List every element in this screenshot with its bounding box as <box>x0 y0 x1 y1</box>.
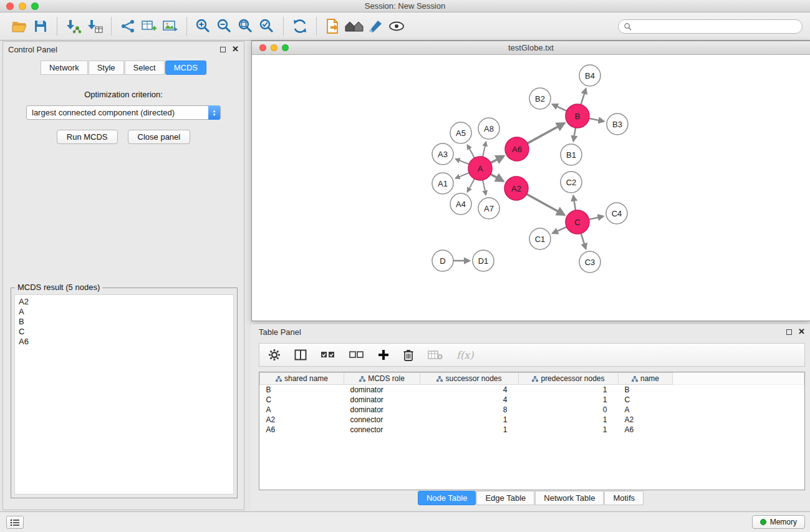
edge-B-B3[interactable] <box>589 118 604 122</box>
home-button[interactable] <box>344 16 365 37</box>
edge-B-B2[interactable] <box>552 104 567 111</box>
node-table[interactable]: shared nameMCDS rolesuccessor nodesprede… <box>259 372 805 490</box>
show-hide-button[interactable] <box>386 16 407 37</box>
column-header-successor-nodes[interactable]: successor nodes <box>420 373 519 385</box>
table-cell[interactable]: B <box>619 385 673 395</box>
network-minimize-button[interactable] <box>271 44 277 51</box>
node-C3[interactable]: C3 <box>579 251 600 273</box>
float-table-panel-icon[interactable] <box>786 329 792 335</box>
refresh-layout-button[interactable] <box>289 16 311 37</box>
node-C1[interactable]: C1 <box>529 228 551 249</box>
node-A6[interactable]: A6 <box>505 137 529 161</box>
column-header-name[interactable]: name <box>619 373 673 385</box>
show-columns-button[interactable] <box>294 349 307 360</box>
edge-C-C2[interactable] <box>573 196 576 210</box>
node-B2[interactable]: B2 <box>529 88 551 109</box>
table-cell[interactable]: 1 <box>420 415 519 425</box>
result-item[interactable]: A6 <box>19 337 229 347</box>
zoom-selected-button[interactable] <box>256 16 277 37</box>
table-cell[interactable]: 4 <box>420 385 519 395</box>
run-mcds-button[interactable]: Run MCDS <box>57 130 118 144</box>
table-cell[interactable]: 1 <box>519 395 619 405</box>
tab-network-table[interactable]: Network Table <box>535 491 604 505</box>
close-table-panel-icon[interactable]: ✕ <box>798 329 805 335</box>
table-cell[interactable]: A2 <box>260 415 344 425</box>
network-canvas[interactable]: B4B2BB3A5A8A6B1A3AC2A1A2A4A7C4CC1C3DD1 <box>252 55 810 321</box>
table-cell[interactable]: 4 <box>420 395 519 405</box>
edge-B-B4[interactable] <box>581 89 586 105</box>
table-cell[interactable]: A <box>260 405 344 415</box>
table-cell[interactable]: connector <box>344 425 420 435</box>
table-row[interactable]: A2connector11A2 <box>260 415 804 425</box>
close-panel-button[interactable]: Close panel <box>128 130 191 144</box>
edge-A2-C[interactable] <box>527 194 564 215</box>
table-cell[interactable]: 1 <box>420 425 519 435</box>
tab-edge-table[interactable]: Edge Table <box>476 491 534 505</box>
tab-node-table[interactable]: Node Table <box>418 491 476 505</box>
table-cell[interactable]: A6 <box>619 425 673 435</box>
delete-row-button[interactable] <box>403 349 414 361</box>
new-table-button[interactable] <box>138 16 160 37</box>
delete-table-button[interactable] <box>428 350 443 360</box>
column-header-mcds-role[interactable]: MCDS role <box>344 373 420 385</box>
edge-A-A8[interactable] <box>483 142 486 157</box>
show-panels-button[interactable] <box>6 516 24 529</box>
node-B1[interactable]: B1 <box>561 144 582 165</box>
table-row[interactable]: Cdominator41C <box>260 395 804 405</box>
node-B3[interactable]: B3 <box>607 114 628 135</box>
edge-A-A6[interactable] <box>491 156 504 163</box>
table-cell[interactable]: dominator <box>344 395 420 405</box>
tab-mcds[interactable]: MCDS <box>165 60 206 75</box>
function-builder-button[interactable]: f(x) <box>456 349 473 361</box>
table-cell[interactable]: C <box>619 395 673 405</box>
zoom-window-button[interactable] <box>31 2 39 10</box>
node-A3[interactable]: A3 <box>432 143 453 165</box>
result-item[interactable]: C <box>19 327 229 337</box>
edge-A-A3[interactable] <box>456 159 470 164</box>
table-cell[interactable]: 1 <box>519 385 619 395</box>
close-panel-icon[interactable]: ✕ <box>232 46 239 52</box>
node-B4[interactable]: B4 <box>579 65 600 86</box>
edge-B-B1[interactable] <box>574 128 576 142</box>
table-row[interactable]: A6connector11A6 <box>260 425 804 435</box>
table-cell[interactable]: 8 <box>420 405 519 415</box>
tab-network[interactable]: Network <box>41 60 88 75</box>
node-C2[interactable]: C2 <box>561 172 582 193</box>
node-D[interactable]: D <box>432 250 453 271</box>
node-A2[interactable]: A2 <box>504 177 528 200</box>
open-session-button[interactable] <box>9 16 30 37</box>
result-item[interactable]: B <box>19 317 229 327</box>
table-row[interactable]: Adominator80A <box>260 405 804 415</box>
tab-select[interactable]: Select <box>125 60 165 75</box>
edge-A-A2[interactable] <box>491 174 503 181</box>
float-panel-icon[interactable] <box>220 47 226 52</box>
column-header-shared-name[interactable]: shared name <box>260 373 344 385</box>
edge-C-C4[interactable] <box>589 216 604 220</box>
edge-A-A5[interactable] <box>468 145 475 158</box>
node-A[interactable]: A <box>468 157 492 180</box>
network-zoom-button[interactable] <box>282 44 289 51</box>
close-window-button[interactable] <box>6 2 14 10</box>
new-network-button[interactable] <box>117 16 138 37</box>
table-cell[interactable]: B <box>260 385 344 395</box>
column-header-predecessor-nodes[interactable]: predecessor nodes <box>519 373 619 385</box>
edge-C-C3[interactable] <box>581 233 586 249</box>
edge-A6-B[interactable] <box>528 123 564 143</box>
table-cell[interactable]: A2 <box>619 415 673 425</box>
table-cell[interactable]: dominator <box>344 405 420 415</box>
import-network-button[interactable] <box>63 16 84 37</box>
node-A1[interactable]: A1 <box>432 173 453 194</box>
result-item[interactable]: A <box>19 307 229 317</box>
save-session-button[interactable] <box>30 16 51 37</box>
node-D1[interactable]: D1 <box>473 250 494 271</box>
zoom-fit-button[interactable] <box>235 16 256 37</box>
export-image-button[interactable] <box>160 16 181 37</box>
table-cell[interactable]: C <box>260 395 344 405</box>
tab-style[interactable]: Style <box>89 60 124 75</box>
select-all-button[interactable] <box>321 351 335 359</box>
open-panel-button[interactable] <box>322 16 344 37</box>
table-row[interactable]: Bdominator41B <box>260 385 804 395</box>
edge-A-A1[interactable] <box>455 173 469 178</box>
edge-C-C1[interactable] <box>552 227 567 233</box>
optimization-criterion-select[interactable]: largest connected component (directed) ▲… <box>26 105 221 120</box>
